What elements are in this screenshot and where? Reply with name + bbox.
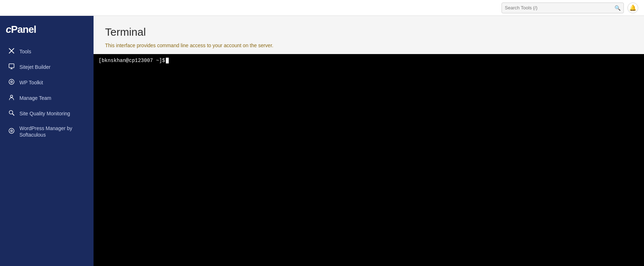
cpanel-logo: cPanel <box>0 19 94 44</box>
svg-point-7 <box>10 95 13 97</box>
svg-point-5 <box>9 79 14 84</box>
sidebar-item-site-quality-label: Site Quality Monitoring <box>19 110 70 117</box>
sidebar-item-wordpress-manager-label: WordPress Manager by Softaculous <box>19 125 86 138</box>
sidebar-item-site-quality[interactable]: Site Quality Monitoring <box>0 106 94 121</box>
page-description: This interface provides command line acc… <box>105 43 632 48</box>
terminal-cursor <box>166 58 169 63</box>
tools-icon <box>7 48 16 56</box>
sidebar-item-wordpress-manager[interactable]: WordPress Manager by Softaculous <box>0 121 94 142</box>
sidebar-item-wptoolkit-label: WP Toolkit <box>19 79 43 86</box>
svg-point-11 <box>11 130 13 132</box>
wp-toolkit-icon <box>7 79 16 87</box>
manage-team-icon <box>7 94 16 102</box>
header: 🔍 🔔 <box>0 0 644 16</box>
terminal-prompt: [bknskhan@cp123007 ~]$ <box>99 58 639 63</box>
page-header: Terminal This interface provides command… <box>94 16 644 54</box>
sidebar: cPanel Tools Sitejet Builder <box>0 16 94 266</box>
search-input[interactable] <box>505 5 614 10</box>
svg-line-9 <box>13 114 14 116</box>
sidebar-item-manage-team[interactable]: Manage Team <box>0 90 94 106</box>
sidebar-item-sitejet-label: Sitejet Builder <box>19 64 50 70</box>
terminal-prompt-text: [bknskhan@cp123007 ~]$ <box>99 58 165 63</box>
sidebar-item-manage-team-label: Manage Team <box>19 95 51 101</box>
terminal-container[interactable]: [bknskhan@cp123007 ~]$ <box>94 54 644 266</box>
main-content: Terminal This interface provides command… <box>94 16 644 266</box>
sidebar-item-sitejet[interactable]: Sitejet Builder <box>0 59 94 75</box>
search-icon: 🔍 <box>614 5 621 11</box>
sidebar-item-tools-label: Tools <box>19 48 31 55</box>
svg-point-10 <box>9 128 14 133</box>
notification-button[interactable]: 🔔 <box>627 3 638 13</box>
page-title: Terminal <box>105 26 632 38</box>
sidebar-item-wptoolkit[interactable]: WP Toolkit <box>0 75 94 90</box>
wordpress-manager-icon <box>7 128 16 136</box>
search-wrapper: 🔍 <box>502 3 624 13</box>
svg-point-6 <box>11 81 13 83</box>
logo-text: cPanel <box>6 24 36 35</box>
site-quality-icon <box>7 110 16 118</box>
sitejet-icon <box>7 63 16 71</box>
svg-rect-2 <box>9 64 14 68</box>
sidebar-item-tools[interactable]: Tools <box>0 44 94 59</box>
bell-icon: 🔔 <box>629 4 636 11</box>
body-layout: cPanel Tools Sitejet Builder <box>0 16 644 266</box>
